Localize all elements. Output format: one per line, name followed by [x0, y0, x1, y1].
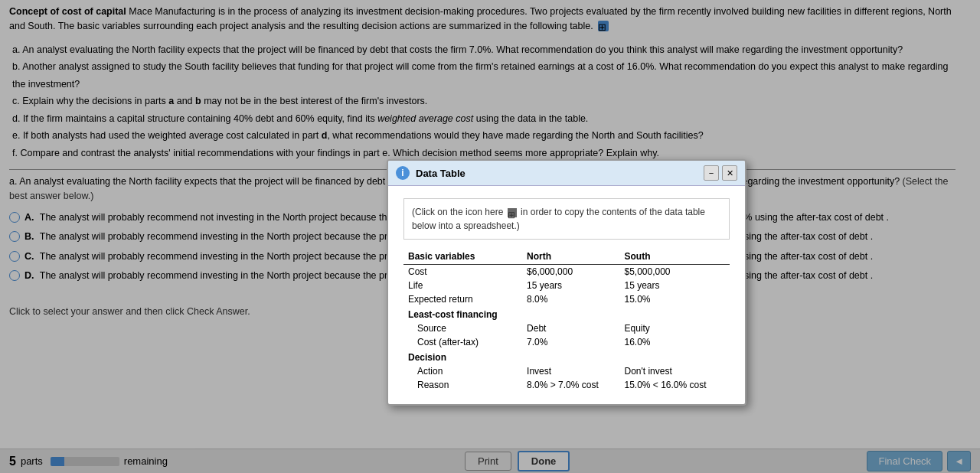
table-row-reason: Reason 8.0% > 7.0% cost 15.0% < 16.0% co…: [403, 378, 730, 392]
row-label-decision: Decision: [403, 349, 522, 364]
modal-box: i Data Table − ✕ (Click on the icon here…: [387, 159, 746, 406]
copy-text-1: (Click on the icon here: [412, 207, 506, 217]
row-north-cost-after-tax: 7.0%: [522, 335, 619, 349]
row-north-source: Debt: [522, 321, 619, 335]
row-label-reason: Reason: [403, 378, 522, 392]
table-row-life: Life 15 years 15 years: [403, 279, 730, 292]
modal-body: (Click on the icon here ⊞ in order to co…: [388, 186, 745, 404]
data-table: Basic variables North South Cost $6,000,…: [403, 249, 730, 392]
row-south-least-cost: [619, 306, 730, 321]
info-icon: i: [396, 166, 410, 180]
row-south-cost-after-tax: 16.0%: [619, 335, 730, 349]
row-north-life: 15 years: [522, 279, 619, 292]
table-row-cost-after-tax: Cost (after-tax) 7.0% 16.0%: [403, 335, 730, 349]
row-label-source: Source: [403, 321, 522, 335]
row-label-cost-after-tax: Cost (after-tax): [403, 335, 522, 349]
modal-minimize-button[interactable]: −: [704, 165, 719, 181]
row-north-least-cost: [522, 306, 619, 321]
table-row-least-cost-header: Least-cost financing: [403, 306, 730, 321]
row-north-reason: 8.0% > 7.0% cost: [522, 378, 619, 392]
row-north-cost: $6,000,000: [522, 265, 619, 279]
table-row-decision-header: Decision: [403, 349, 730, 364]
row-south-source: Equity: [619, 321, 730, 335]
row-label-least-cost: Least-cost financing: [403, 306, 522, 321]
modal-overlay: i Data Table − ✕ (Click on the icon here…: [0, 0, 980, 473]
copy-instruction: (Click on the icon here ⊞ in order to co…: [403, 198, 730, 240]
row-south-cost: $5,000,000: [619, 265, 730, 279]
table-row-source: Source Debt Equity: [403, 321, 730, 335]
modal-header: i Data Table − ✕: [388, 161, 745, 186]
col-header-north: North: [522, 249, 619, 265]
row-south-reason: 15.0% < 16.0% cost: [619, 378, 730, 392]
row-north-decision: [522, 349, 619, 364]
row-label-expected-return: Expected return: [403, 292, 522, 306]
row-label-cost: Cost: [403, 265, 522, 279]
row-south-life: 15 years: [619, 279, 730, 292]
row-south-decision: [619, 349, 730, 364]
modal-close-button[interactable]: ✕: [722, 165, 737, 181]
row-north-expected-return: 8.0%: [522, 292, 619, 306]
table-row-cost: Cost $6,000,000 $5,000,000: [403, 265, 730, 279]
row-north-action: Invest: [522, 364, 619, 378]
modal-controls: − ✕: [704, 165, 737, 181]
col-header-south: South: [619, 249, 730, 265]
table-row-expected-return: Expected return 8.0% 15.0%: [403, 292, 730, 306]
row-label-life: Life: [403, 279, 522, 292]
table-row-action: Action Invest Don't invest: [403, 364, 730, 378]
row-label-action: Action: [403, 364, 522, 378]
row-south-action: Don't invest: [619, 364, 730, 378]
modal-title: Data Table: [416, 168, 704, 179]
col-header-basic: Basic variables: [403, 249, 522, 265]
row-south-expected-return: 15.0%: [619, 292, 730, 306]
copy-icon[interactable]: ⊞: [508, 208, 517, 217]
